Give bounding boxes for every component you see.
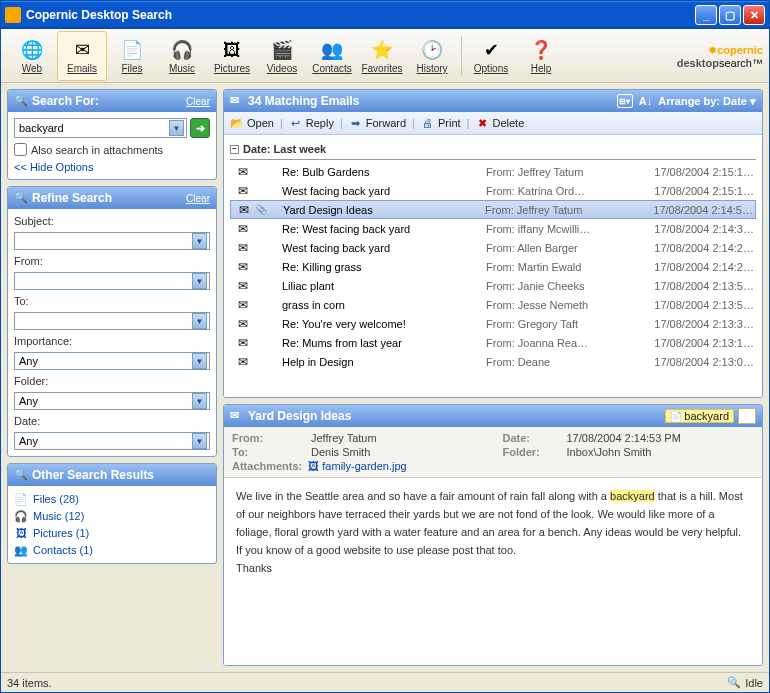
other-result-link[interactable]: 🖼Pictures (1) xyxy=(14,526,210,540)
email-subject: West facing back yard xyxy=(268,185,486,197)
email-from: From: Allen Barger xyxy=(486,242,626,254)
arrange-by-dropdown[interactable]: Arrange by: Date ▾ xyxy=(658,95,756,108)
email-row[interactable]: ✉Liliac plantFrom: Janie Cheeks17/08/200… xyxy=(230,276,756,295)
statusbar: 34 items. 🔍 Idle xyxy=(1,672,769,692)
preview-panel: ✉ Yard Design Ideas 📄 backyard ✎ From: J… xyxy=(223,404,763,666)
refine-field-5[interactable]: Any▼ xyxy=(14,432,210,450)
toolbar-history[interactable]: 🕑History xyxy=(407,31,457,81)
search-header: Search For: xyxy=(32,94,182,108)
reply-button[interactable]: ↩Reply xyxy=(289,116,334,130)
close-button[interactable]: ✕ xyxy=(743,5,765,25)
email-subject: Re: Killing grass xyxy=(268,261,486,273)
chevron-down-icon[interactable]: ▼ xyxy=(192,233,207,249)
print-icon: 🖨 xyxy=(421,116,435,130)
email-row[interactable]: ✉West facing back yardFrom: Allen Barger… xyxy=(230,238,756,257)
refine-clear-link[interactable]: Clear xyxy=(186,193,210,204)
email-row[interactable]: ✉Re: West facing back yardFrom: iffany M… xyxy=(230,219,756,238)
email-subject: Help in Design xyxy=(268,356,486,368)
refine-field-3[interactable]: Any▼ xyxy=(14,352,210,370)
toolbar-help[interactable]: ❓Help xyxy=(516,31,566,81)
email-subject: Re: Bulb Gardens xyxy=(268,166,486,178)
chevron-down-icon[interactable]: ▼ xyxy=(192,273,207,289)
chevron-down-icon[interactable]: ▼ xyxy=(169,120,184,136)
category-icon: 📄 xyxy=(14,492,28,506)
other-result-link[interactable]: 🎧Music (12) xyxy=(14,509,210,523)
chevron-down-icon[interactable]: ▼ xyxy=(192,313,207,329)
highlight-term[interactable]: 📄 backyard xyxy=(665,409,734,423)
email-row[interactable]: ✉Help in DesignFrom: Deane17/08/2004 2:1… xyxy=(230,352,756,371)
search-go-button[interactable]: ➜ xyxy=(190,118,210,138)
email-row[interactable]: ✉grass in cornFrom: Jesse Nemeth17/08/20… xyxy=(230,295,756,314)
email-subject: grass in corn xyxy=(268,299,486,311)
help-icon: ❓ xyxy=(529,38,553,62)
toolbar-files[interactable]: 📄Files xyxy=(107,31,157,81)
email-date: 17/08/2004 2:13:1… xyxy=(626,337,754,349)
from-value: Jeffrey Tatum xyxy=(311,432,499,444)
email-subject: West facing back yard xyxy=(268,242,486,254)
refine-panel: 🔍 Refine Search Clear Subject:▼From:▼To:… xyxy=(7,186,217,457)
email-from: From: Katrina Ord… xyxy=(486,185,626,197)
email-row[interactable]: ✉Re: Killing grassFrom: Martin Ewald17/0… xyxy=(230,257,756,276)
refine-label: Subject: xyxy=(14,215,210,227)
search-icon: 🔍 xyxy=(727,676,741,689)
minimize-button[interactable]: _ xyxy=(695,5,717,25)
category-icon: 🖼 xyxy=(14,526,28,540)
status-item-count: 34 items. xyxy=(7,677,727,689)
search-clear-link[interactable]: Clear xyxy=(186,96,210,107)
forward-button[interactable]: ➡Forward xyxy=(349,116,406,130)
results-list[interactable]: − Date: Last week ✉Re: Bulb GardensFrom:… xyxy=(224,135,762,397)
edit-button[interactable]: ✎ xyxy=(738,408,756,424)
toolbar-pictures[interactable]: 🖼Pictures xyxy=(207,31,257,81)
email-date: 17/08/2004 2:14:5… xyxy=(625,204,753,216)
forward-icon: ➡ xyxy=(349,116,363,130)
results-header: 34 Matching Emails xyxy=(248,94,613,108)
to-label: To: xyxy=(232,446,307,458)
also-attachments-checkbox[interactable]: Also search in attachments xyxy=(14,143,210,156)
preview-body[interactable]: We live in the Seattle area and so have … xyxy=(224,478,762,665)
delete-icon: ✖ xyxy=(475,116,489,130)
category-icon: 👥 xyxy=(14,543,28,557)
reply-icon: ↩ xyxy=(289,116,303,130)
refine-field-0[interactable]: ▼ xyxy=(14,232,210,250)
email-row[interactable]: ✉Re: Mums from last yearFrom: Joanna Rea… xyxy=(230,333,756,352)
email-from: From: Janie Cheeks xyxy=(486,280,626,292)
toolbar-contacts[interactable]: 👥Contacts xyxy=(307,31,357,81)
view-mode-button[interactable]: ⊞▾ xyxy=(617,94,633,108)
right-column: ✉ 34 Matching Emails ⊞▾ A↓ Arrange by: D… xyxy=(223,89,763,666)
to-value: Denis Smith xyxy=(311,446,499,458)
attachment-link[interactable]: 🖼 family-garden.jpg xyxy=(308,460,406,472)
toolbar-favorites[interactable]: ⭐Favorites xyxy=(357,31,407,81)
email-row[interactable]: ✉📎Yard Design IdeasFrom: Jeffrey Tatum17… xyxy=(230,200,756,219)
refine-field-1[interactable]: ▼ xyxy=(14,272,210,290)
music-icon: 🎧 xyxy=(170,38,194,62)
other-result-link[interactable]: 📄Files (28) xyxy=(14,492,210,506)
email-row[interactable]: ✉Re: Bulb GardensFrom: Jeffrey Tatum17/0… xyxy=(230,162,756,181)
collapse-icon[interactable]: − xyxy=(230,145,239,154)
email-row[interactable]: ✉West facing back yardFrom: Katrina Ord…… xyxy=(230,181,756,200)
other-result-link[interactable]: 👥Contacts (1) xyxy=(14,543,210,557)
delete-button[interactable]: ✖Delete xyxy=(475,116,524,130)
toolbar-music[interactable]: 🎧Music xyxy=(157,31,207,81)
group-header[interactable]: − Date: Last week xyxy=(230,139,756,160)
maximize-button[interactable]: ▢ xyxy=(719,5,741,25)
app-icon xyxy=(5,7,21,23)
other-results-panel: 🔍 Other Search Results 📄Files (28)🎧Music… xyxy=(7,463,217,564)
pictures-icon: 🖼 xyxy=(220,38,244,62)
print-button[interactable]: 🖨Print xyxy=(421,116,461,130)
toolbar-options[interactable]: ✔Options xyxy=(466,31,516,81)
envelope-icon: ✉ xyxy=(230,409,244,423)
refine-field-2[interactable]: ▼ xyxy=(14,312,210,330)
hide-options-link[interactable]: << Hide Options xyxy=(14,161,210,173)
search-input[interactable]: backyard ▼ xyxy=(14,118,187,138)
toolbar-emails[interactable]: ✉Emails xyxy=(57,31,107,81)
toolbar-videos[interactable]: 🎬Videos xyxy=(257,31,307,81)
titlebar: Copernic Desktop Search _ ▢ ✕ xyxy=(1,1,769,29)
chevron-down-icon[interactable]: ▼ xyxy=(192,433,207,449)
open-button[interactable]: 📂Open xyxy=(230,116,274,130)
refine-field-4[interactable]: Any▼ xyxy=(14,392,210,410)
chevron-down-icon[interactable]: ▼ xyxy=(192,353,207,369)
email-row[interactable]: ✉Re: You're very welcome!From: Gregory T… xyxy=(230,314,756,333)
toolbar-web[interactable]: 🌐Web xyxy=(7,31,57,81)
chevron-down-icon[interactable]: ▼ xyxy=(192,393,207,409)
envelope-icon: ✉ xyxy=(232,222,254,236)
